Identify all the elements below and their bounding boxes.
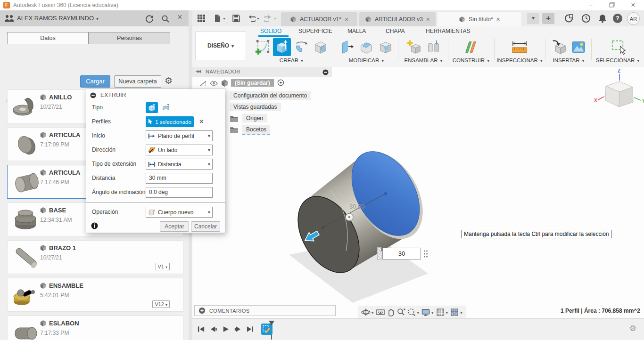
group-label-seleccionar[interactable]: SELECCIONAR: [593, 57, 642, 63]
clock-icon[interactable]: [581, 14, 591, 23]
taper-angle-field[interactable]: 0.0 deg: [146, 187, 213, 198]
close-window-button[interactable]: [626, 0, 640, 10]
view-cube[interactable]: X Y Z: [594, 68, 644, 107]
navigator-node-origin[interactable]: Origen: [242, 114, 267, 122]
avatar[interactable]: AR: [627, 12, 640, 25]
restore-button[interactable]: [605, 0, 619, 10]
account-menu[interactable]: ALEX RAMOS RAYMUNDO: [17, 10, 99, 27]
save-icon[interactable]: [232, 14, 240, 23]
job-status-icon[interactable]: [564, 14, 574, 23]
document-tab-articulador[interactable]: ARTICULADOR v3: [359, 12, 436, 26]
go-to-start-button[interactable]: [197, 325, 205, 333]
navigator-node-sketches[interactable]: Bocetos: [242, 125, 270, 135]
panel-settings-gear-icon[interactable]: ⚙: [165, 76, 173, 85]
accept-button[interactable]: Aceptar: [160, 221, 189, 232]
close-tab-icon[interactable]: [345, 16, 348, 23]
extrude-type-solid-button[interactable]: [146, 102, 158, 113]
redo-icon[interactable]: [264, 14, 272, 23]
step-back-button[interactable]: [209, 325, 217, 333]
new-component-button[interactable]: [405, 38, 423, 56]
version-badge[interactable]: V12: [152, 300, 170, 308]
redo-caret-icon[interactable]: [273, 16, 277, 21]
tab-superficie[interactable]: SUPERFICIE: [298, 28, 332, 34]
activate-target-icon[interactable]: [277, 79, 284, 86]
create-sketch-button[interactable]: [254, 38, 272, 56]
group-label-construir[interactable]: CONSTRUIR: [450, 57, 492, 63]
go-to-end-button[interactable]: [246, 325, 254, 333]
profiles-selected-chip[interactable]: 1 seleccionado: [146, 116, 194, 127]
shell-button[interactable]: [377, 38, 395, 56]
sweep-button[interactable]: [312, 38, 330, 56]
info-icon[interactable]: [91, 222, 98, 229]
grid-snap-tool[interactable]: [436, 308, 449, 317]
app-grid-icon[interactable]: [197, 14, 206, 23]
play-button[interactable]: [222, 325, 230, 333]
grid-caret-icon[interactable]: [445, 309, 449, 316]
zoom-tool[interactable]: [396, 308, 406, 317]
new-folder-button[interactable]: Nueva carpeta: [114, 75, 161, 88]
orbit-tool[interactable]: [361, 308, 375, 317]
collapse-panel-icon[interactable]: [196, 69, 200, 73]
close-tab-icon[interactable]: [426, 16, 430, 23]
tab-malla[interactable]: MALLA: [347, 28, 366, 34]
document-tab-sin-titulo[interactable]: Sin título*: [438, 12, 521, 26]
navigator-root-node[interactable]: (Sin guardar): [231, 79, 274, 87]
tab-list-button[interactable]: [527, 13, 539, 24]
zoom-window-tool[interactable]: [407, 308, 421, 317]
navigator-collapse-icon[interactable]: [322, 69, 329, 75]
notifications-bell-icon[interactable]: [598, 14, 607, 23]
group-label-crear[interactable]: CREAR: [250, 57, 333, 63]
dimension-options-grip-icon[interactable]: [423, 249, 429, 259]
cancel-button[interactable]: Cancelar: [191, 221, 220, 232]
insert-mesh-button[interactable]: [550, 38, 568, 56]
undo-caret-icon[interactable]: [256, 16, 260, 21]
list-item[interactable]: BRAZO 1 10/27/21 V1: [7, 240, 183, 274]
revolve-button[interactable]: [292, 38, 310, 56]
timeline-sketch-feature[interactable]: [261, 321, 280, 340]
dimension-drag-handle[interactable]: [377, 247, 381, 260]
direction-select[interactable]: Un lado: [146, 145, 213, 155]
group-label-insertar[interactable]: INSERTAR: [547, 57, 590, 63]
timeline-settings-gear-icon[interactable]: ⚙: [629, 324, 636, 332]
minimize-button[interactable]: [584, 0, 598, 10]
measure-button[interactable]: [509, 38, 530, 56]
operation-select[interactable]: Cuerpo nuevo: [146, 207, 213, 218]
insert-canvas-button[interactable]: [570, 38, 587, 56]
orbit-caret-icon[interactable]: [371, 309, 375, 316]
new-tab-button[interactable]: +: [542, 13, 554, 24]
look-at-tool[interactable]: [376, 308, 385, 317]
folder-icon[interactable]: [230, 126, 239, 133]
visibility-eye-icon[interactable]: [210, 81, 218, 86]
group-label-modificar[interactable]: MODIFICAR: [337, 57, 396, 63]
expand-triangle-icon[interactable]: [200, 81, 206, 86]
folder-icon[interactable]: [230, 115, 239, 122]
dialog-collapse-icon[interactable]: [90, 92, 96, 98]
zoom-window-caret-icon[interactable]: [416, 309, 421, 316]
tab-solido[interactable]: SOLIDO: [260, 28, 281, 34]
navigator-node-doc-settings[interactable]: Configuración del documento: [230, 91, 311, 100]
extent-type-select[interactable]: Distancia: [146, 159, 213, 170]
viewports-caret-icon[interactable]: [459, 309, 463, 316]
step-forward-button[interactable]: [234, 325, 242, 333]
viewports-tool[interactable]: [450, 308, 463, 317]
clear-selection-icon[interactable]: [199, 117, 204, 125]
joint-button[interactable]: [424, 38, 442, 56]
group-label-ensamblar[interactable]: ENSAMBLAR: [400, 57, 447, 63]
workspace-selector[interactable]: DISEÑO: [195, 31, 246, 60]
upload-button[interactable]: Cargar: [80, 75, 110, 88]
display-caret-icon[interactable]: [430, 309, 435, 316]
refresh-icon[interactable]: [145, 15, 154, 23]
press-pull-button[interactable]: [338, 38, 356, 56]
tab-personas[interactable]: Personas: [89, 32, 170, 44]
start-select[interactable]: Plano de perfil: [146, 130, 213, 141]
display-settings-tool[interactable]: [421, 308, 435, 317]
pan-tool[interactable]: [386, 308, 396, 317]
search-icon[interactable]: [161, 15, 170, 23]
undo-icon[interactable]: [247, 14, 256, 23]
comments-bar[interactable]: COMENTARIOS: [194, 305, 336, 316]
tab-datos[interactable]: Datos: [7, 32, 89, 44]
document-tab-actuador[interactable]: ACTUADOR v1*: [281, 12, 357, 26]
new-file-caret-icon[interactable]: [223, 16, 226, 21]
list-item[interactable]: ENSAMBLE 5:42:01 PM V12: [7, 278, 183, 312]
select-button[interactable]: [609, 38, 627, 56]
